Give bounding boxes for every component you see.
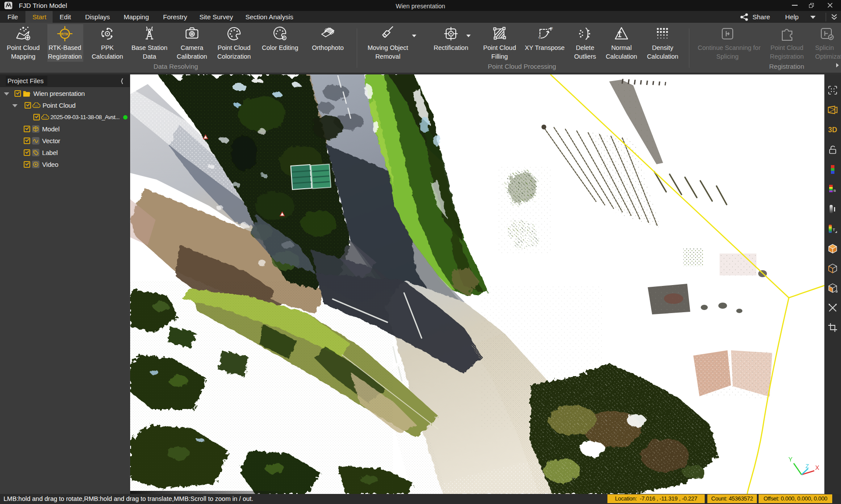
svg-text:B: B bbox=[834, 189, 836, 193]
svg-text:RTK: RTK bbox=[61, 32, 69, 36]
svg-text:X: X bbox=[815, 464, 820, 471]
svg-text:Y: Y bbox=[788, 456, 793, 463]
svg-text:T: T bbox=[833, 228, 835, 232]
svg-text:Z: Z bbox=[806, 463, 809, 469]
svg-text:Y: Y bbox=[538, 36, 540, 39]
svg-text:X: X bbox=[551, 27, 553, 30]
